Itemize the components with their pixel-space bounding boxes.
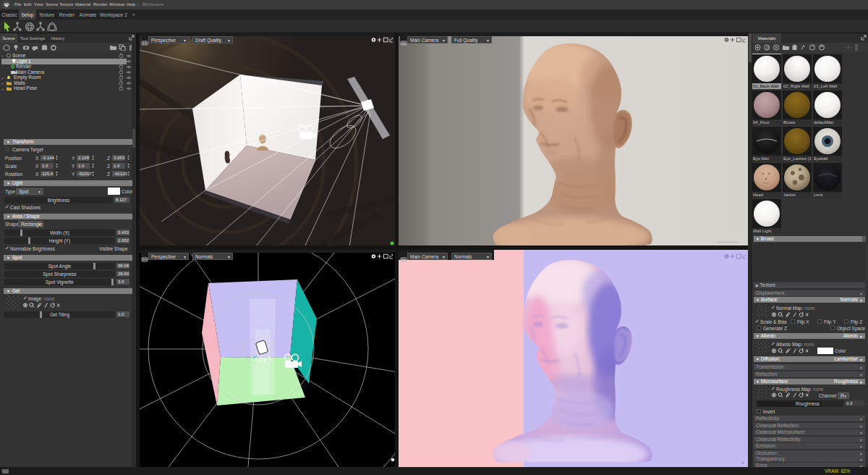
- svg-text:+: +: [1, 81, 4, 85]
- svg-text:+: +: [1, 76, 4, 80]
- svg-text:+: +: [1, 87, 4, 91]
- svg-text:−: −: [1, 54, 4, 58]
